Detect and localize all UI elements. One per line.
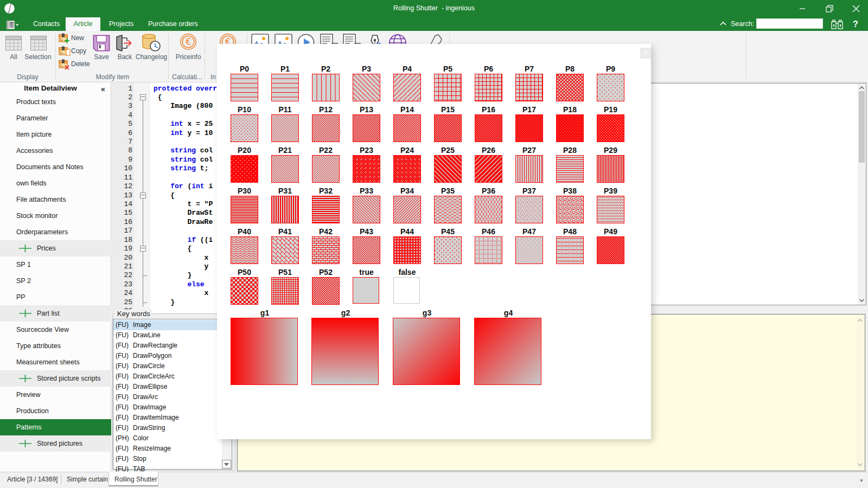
svg-text:€: € — [186, 36, 191, 47]
